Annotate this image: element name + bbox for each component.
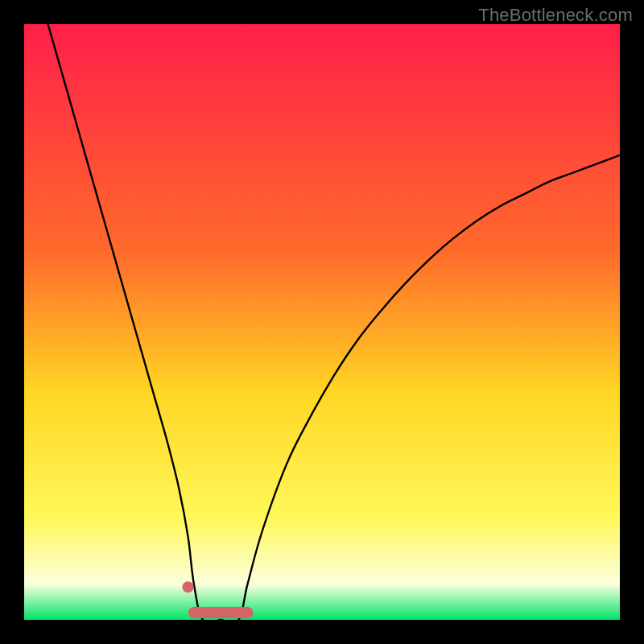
min-dot-marker bbox=[183, 581, 194, 592]
watermark-text: TheBottleneck.com bbox=[478, 5, 633, 26]
plot-area bbox=[24, 24, 620, 620]
gradient-background bbox=[24, 24, 620, 620]
chart-frame: TheBottleneck.com bbox=[0, 0, 644, 644]
bottleneck-chart bbox=[24, 24, 620, 620]
